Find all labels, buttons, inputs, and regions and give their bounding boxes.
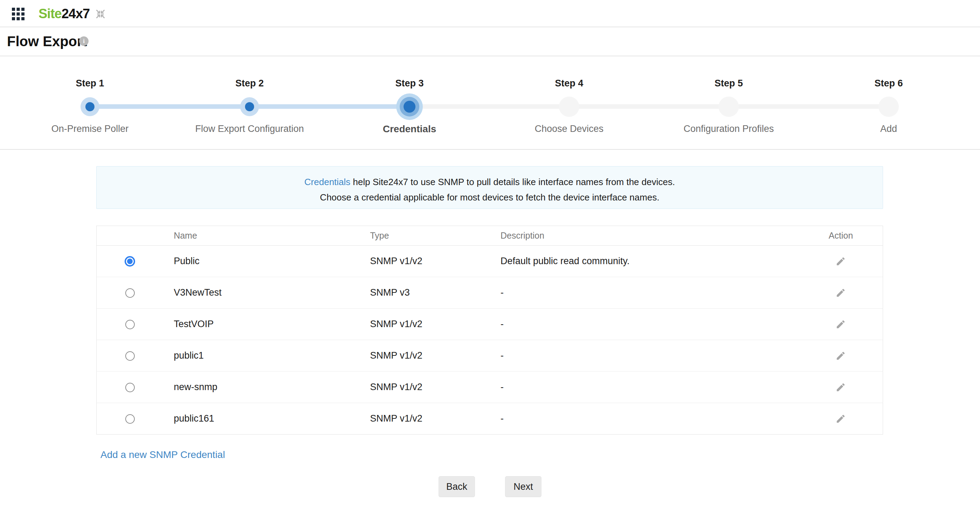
next-button[interactable]: Next (505, 476, 541, 497)
credential-name: V3NewTest (163, 277, 360, 309)
credential-radio-public[interactable] (125, 256, 135, 267)
step-3-label: Step 3 (395, 78, 423, 89)
step-2-label: Step 2 (235, 78, 264, 89)
table-row: public161 SNMP v1/v2 - (97, 403, 883, 435)
edit-pencil-icon[interactable] (835, 351, 846, 361)
collapse-icon[interactable] (94, 9, 107, 19)
credential-type: SNMP v1/v2 (360, 340, 490, 371)
logo-site-text: Site (38, 6, 62, 21)
credential-name: public1 (163, 340, 360, 371)
credential-description: Default public read community. (490, 246, 799, 277)
step-4-dot (559, 97, 579, 117)
table-row: TestVOIP SNMP v1/v2 - (97, 309, 883, 340)
app-grid-icon[interactable] (11, 8, 25, 20)
add-snmp-credential-link[interactable]: Add a new SNMP Credential (100, 449, 225, 460)
credential-description: - (490, 371, 799, 403)
edit-pencil-icon[interactable] (835, 256, 846, 267)
step-5-label: Step 5 (714, 78, 743, 89)
step-5-name: Configuration Profiles (684, 124, 774, 134)
stepper-track-1-2 (90, 104, 250, 109)
banner-line-2: Choose a credential applicable for most … (97, 190, 883, 205)
credential-name: public161 (163, 403, 360, 435)
credential-type: SNMP v1/v2 (360, 246, 490, 277)
banner-line-1-text: help Site24x7 to use SNMP to pull detail… (350, 177, 675, 187)
step-4-name: Choose Devices (535, 124, 604, 134)
stepper-track-5-6 (729, 104, 889, 109)
type-column-header: Type (360, 226, 490, 246)
logo-24x7-text: 24x7 (62, 6, 90, 21)
credential-description: - (490, 309, 799, 340)
title-bar: Flow Export (0, 27, 980, 56)
top-header-bar: Site24x7 (0, 0, 980, 27)
action-column-header: Action (799, 226, 883, 246)
table-row: V3NewTest SNMP v3 - (97, 277, 883, 309)
stepper-track-4-5 (569, 104, 729, 109)
credential-description: - (490, 403, 799, 435)
edit-pencil-icon[interactable] (835, 414, 846, 424)
step-1-label: Step 1 (76, 78, 104, 89)
step-5-dot (719, 97, 739, 117)
step-6-dot (878, 97, 899, 117)
table-row: Public SNMP v1/v2 Default public read co… (97, 246, 883, 277)
stepper-track-3-4 (409, 104, 569, 109)
credential-name: new-snmp (163, 371, 360, 403)
site24x7-logo[interactable]: Site24x7 (38, 5, 90, 22)
credential-radio-v3newtest[interactable] (125, 288, 135, 298)
table-header-row: Name Type Description Action (97, 226, 883, 246)
step-4-label: Step 4 (555, 78, 583, 89)
credential-name: Public (163, 246, 360, 277)
credential-radio-public161[interactable] (125, 414, 135, 424)
table-row: public1 SNMP v1/v2 - (97, 340, 883, 371)
step-2-dot[interactable] (245, 102, 254, 111)
step-3-name: Credentials (383, 124, 436, 135)
credential-type: SNMP v1/v2 (360, 309, 490, 340)
step-1-name: On-Premise Poller (51, 124, 129, 134)
info-icon[interactable] (79, 37, 89, 46)
edit-pencil-icon[interactable] (835, 382, 846, 392)
credential-description: - (490, 340, 799, 371)
credential-type: SNMP v1/v2 (360, 403, 490, 435)
wizard-stepper: Step 1 On-Premise Poller Step 2 Flow Exp… (0, 56, 980, 150)
credential-name: TestVOIP (163, 309, 360, 340)
radio-column-header (97, 226, 164, 246)
step-6-label: Step 6 (874, 78, 903, 89)
edit-pencil-icon[interactable] (835, 319, 846, 330)
credentials-table: Name Type Description Action Public SNMP… (96, 225, 883, 435)
step-2-name: Flow Export Configuration (195, 124, 304, 134)
credential-radio-public1[interactable] (125, 351, 135, 361)
name-column-header: Name (163, 226, 360, 246)
flow-export-page: Site24x7 Flow Export Step 1 On-Premise P… (0, 0, 980, 508)
page-title: Flow Export (7, 33, 87, 49)
description-column-header: Description (490, 226, 799, 246)
step-6-name: Add (880, 124, 897, 134)
credential-radio-new-snmp[interactable] (125, 383, 135, 392)
credential-description: - (490, 277, 799, 309)
credential-type: SNMP v3 (360, 277, 490, 309)
credentials-info-banner: Credentials help Site24x7 to use SNMP to… (96, 166, 883, 209)
credential-radio-testvoip[interactable] (125, 320, 135, 329)
stepper-track-2-3 (250, 104, 409, 109)
step-1-dot[interactable] (85, 102, 94, 111)
table-row: new-snmp SNMP v1/v2 - (97, 371, 883, 403)
banner-line-1: Credentials help Site24x7 to use SNMP to… (97, 174, 883, 190)
credential-type: SNMP v1/v2 (360, 371, 490, 403)
step-3-dot[interactable] (404, 101, 415, 113)
edit-pencil-icon[interactable] (835, 287, 846, 298)
back-button[interactable]: Back (439, 476, 475, 497)
credentials-link[interactable]: Credentials (304, 177, 351, 187)
